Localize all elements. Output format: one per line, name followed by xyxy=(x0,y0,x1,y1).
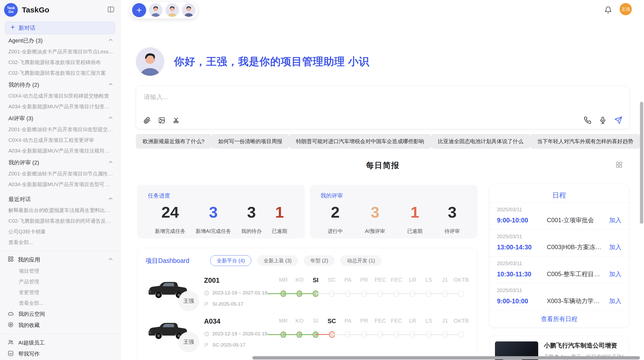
add-agent-button[interactable] xyxy=(132,3,146,17)
milestone-label: SI xyxy=(308,318,324,325)
sidebar-list-item[interactable]: C02-飞腾新能源轻客改款项目的闭环通告反馈情况 xyxy=(0,216,120,226)
sidebar-list-item[interactable]: C02-飞腾新能源轻客改款项目里程碑画布 xyxy=(0,57,120,68)
suggestion-chip[interactable]: 欧洲新规最近颁布了什么? xyxy=(136,134,211,149)
sidebar-list-item[interactable]: C0X4-动力总成开发项目SI里程碑提交物检查 xyxy=(0,91,120,101)
project-flag: SI-2025-05-17 xyxy=(204,301,275,307)
sidebar-tool-label: AI超级员工 xyxy=(18,339,45,346)
sidebar-list-item[interactable]: A034-全新新能源MUV产品开发项目造型可行性评审 xyxy=(0,179,120,190)
join-meeting-link[interactable]: 加入 xyxy=(609,243,621,251)
project-owner-badge: 王强 xyxy=(179,332,199,352)
milestone-label: SI xyxy=(308,277,324,284)
suggestion-chip[interactable]: 特朗普可能对进口汽车增税会对中国车企造成哪些影响 xyxy=(289,134,431,149)
layout-grid-icon[interactable] xyxy=(616,161,623,169)
my-apps-sub-item[interactable]: 变更管理 xyxy=(0,287,120,298)
user-avatar[interactable]: 王强 xyxy=(620,3,632,15)
sidebar-group-header[interactable]: 我的评审 (2) xyxy=(0,157,120,168)
my-apps-sub-item[interactable]: 产品管理 xyxy=(0,276,120,287)
horizontal-scrollbar[interactable] xyxy=(252,356,640,359)
new-chat-label: 新对话 xyxy=(19,24,35,32)
chat-input[interactable] xyxy=(136,86,630,111)
image-upload-icon[interactable] xyxy=(158,116,166,124)
divider xyxy=(0,334,120,334)
sidebar-item-favorites[interactable]: 我的收藏 xyxy=(0,320,120,331)
join-meeting-link[interactable]: 加入 xyxy=(609,297,621,305)
chevron-up-icon[interactable] xyxy=(108,159,114,167)
project-row[interactable]: 王强A0342023-12-19 ~ 2026-01-19SC-2025-05-… xyxy=(145,317,469,348)
chevron-up-icon[interactable] xyxy=(108,196,114,203)
schedule-line: 9:00-10:00C001-立项审批会加入 xyxy=(497,216,621,224)
milestone-node-cell xyxy=(453,290,469,297)
stat-label: 进行中 xyxy=(328,228,343,235)
sidebar-tool-write[interactable]: 帮我写作 xyxy=(0,348,120,359)
sidebar-tool-people[interactable]: AI超级员工 xyxy=(0,337,120,348)
dashboard-tab[interactable]: 全新上装 (3) xyxy=(257,255,298,266)
chevron-up-icon[interactable] xyxy=(108,115,114,122)
vertical-scrollbar[interactable] xyxy=(640,102,643,224)
stat-item: 3AI预评审 xyxy=(365,203,385,235)
attachment-icon[interactable] xyxy=(143,116,151,124)
microphone-icon[interactable] xyxy=(599,116,607,124)
main-area: 王强 你好，王强，我是你的项目管理助理 小识 xyxy=(121,0,640,360)
sidebar: Task Go TaskGo 新对话 Agent已办 (3)Z001-全新燃油皮… xyxy=(0,0,121,360)
project-row[interactable]: 王强Z0012023-12-19 ~ 2027-01-19SI-2025-05-… xyxy=(145,276,469,307)
scissors-icon[interactable] xyxy=(173,116,180,124)
sidebar-group-title: 最近对话 xyxy=(8,196,108,203)
agent-avatar-1[interactable] xyxy=(149,3,163,17)
sidebar-item-my-apps[interactable]: 我的应用 xyxy=(0,254,120,266)
agent-avatar-3[interactable] xyxy=(182,3,196,17)
sidebar-list-item[interactable]: C0X4-动力总成开发项目工程变更评审 xyxy=(0,135,120,145)
project-thumbnail: 王强 xyxy=(145,276,204,307)
agent-avatar-2[interactable] xyxy=(165,3,179,17)
project-dates-text: 2023-12-19 ~ 2027-01-19 xyxy=(212,290,267,296)
sidebar-list-item[interactable]: 查看全部... xyxy=(0,237,120,248)
sidebar-group-header[interactable]: 我的待办 (2) xyxy=(0,79,120,91)
sidebar-list-item[interactable]: A034-全新新能源MUV产品开发项目法规符合性评审 xyxy=(0,145,120,156)
sidebar-list-item[interactable]: Z001-全新燃油轻卡产品开发项目SI节点属性5D文件评审 xyxy=(0,168,120,179)
join-meeting-link[interactable]: 加入 xyxy=(609,216,621,224)
sidebar-list-item[interactable]: 解释最新出台的欧盟报废车法规再生塑料比例被调至15%... xyxy=(0,205,120,216)
flag-icon xyxy=(204,302,209,307)
sidebar-group-header[interactable]: Agent已办 (3) xyxy=(0,35,120,46)
sidebar-list-item[interactable]: A034-全新新能源MUV产品开发项目计划变更表编写 xyxy=(0,101,120,112)
project-owner-badge: 王强 xyxy=(179,291,199,311)
my-apps-sub-item[interactable]: 项目管理 xyxy=(0,266,120,276)
milestone-label: PEC xyxy=(372,318,388,325)
join-meeting-link[interactable]: 加入 xyxy=(609,270,621,278)
schedule-date: 2025/03/11 xyxy=(497,207,621,213)
sidebar-group: 我的待办 (2)C0X4-动力总成开发项目SI里程碑提交物检查A034-全新新能… xyxy=(0,79,120,112)
chevron-up-icon[interactable] xyxy=(108,37,114,44)
star-circle-icon xyxy=(8,322,14,329)
stat-columns: 2进行中3AI预评审1已逾期3待评审 xyxy=(320,203,467,235)
sidebar-list-item[interactable]: Z001-全新燃油皮卡产品开发项目SI节点Lesson Learn报告 xyxy=(0,46,120,57)
notification-bell-icon[interactable] xyxy=(604,6,612,15)
chevron-up-icon[interactable] xyxy=(108,81,114,89)
sidebar-list-item[interactable]: C02-飞腾新能源轻客改款项目立项汇报方案 xyxy=(0,68,120,78)
milestone-label: KO xyxy=(291,277,308,284)
view-all-schedule-link[interactable]: 查看所有日程 xyxy=(489,310,629,327)
cloud-space-label: 我的云空间 xyxy=(18,310,45,318)
chevron-up-icon[interactable] xyxy=(108,256,114,264)
send-icon[interactable] xyxy=(614,116,622,124)
phone-call-icon[interactable] xyxy=(584,116,591,124)
suggestion-chip[interactable]: 如何写一份清晰的项目周报 xyxy=(211,134,289,149)
dashboard-tab[interactable]: 全新平台 (4) xyxy=(210,255,251,266)
suggestion-chip[interactable]: 比亚迪全固态电池计划具体说了什么 xyxy=(431,134,530,149)
sidebar-group-header[interactable]: 最近对话 xyxy=(0,194,120,205)
sidebar-item-cloud-space[interactable]: 我的云空间 xyxy=(0,308,120,320)
sidebar-list-item[interactable]: 公司Q3轻卡销量 xyxy=(0,226,120,237)
stat-value: 1 xyxy=(407,203,422,221)
collapse-sidebar-icon[interactable] xyxy=(107,6,115,14)
dashboard-tab[interactable]: 动总开发 (1) xyxy=(340,255,382,266)
sidebar-tools: AI超级员工帮我写作创意制图 xyxy=(0,337,120,360)
my-apps-items: 项目管理产品管理变更管理查看全部... xyxy=(0,266,120,308)
stat-value: 24 xyxy=(155,203,185,221)
sidebar-list-item[interactable]: Z001-全新燃油轻卡产品开发项目SI造型提交物评审 xyxy=(0,124,120,135)
clock-icon xyxy=(204,331,209,337)
milestone-label: LR xyxy=(405,318,421,325)
suggestion-chip[interactable]: 当下年轻人对汽车外观有怎样的喜好趋势 xyxy=(530,134,640,149)
my-apps-sub-item[interactable]: 查看全部... xyxy=(0,298,120,308)
sidebar-group-header[interactable]: AI评审 (3) xyxy=(0,113,120,124)
people-icon xyxy=(8,339,14,347)
new-chat-button[interactable]: 新对话 xyxy=(5,22,115,34)
dashboard-tab[interactable]: 年型 (2) xyxy=(304,255,335,266)
